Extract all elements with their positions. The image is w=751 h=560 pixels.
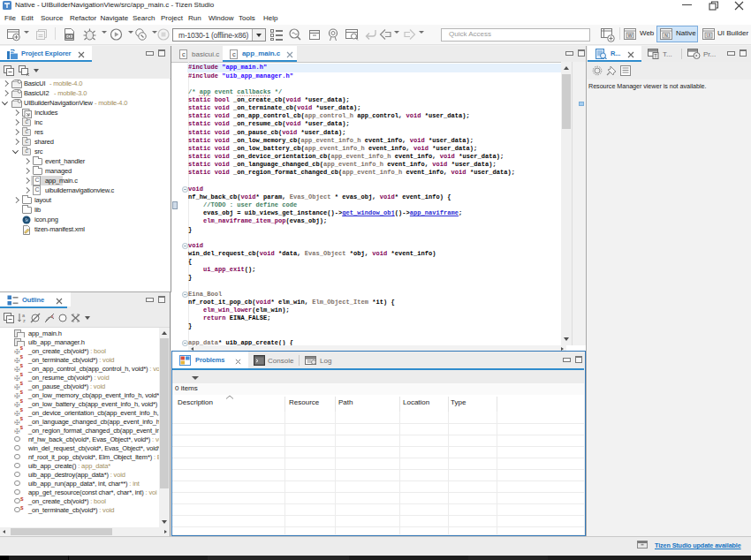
svg-text:W: W [627,33,633,38]
svg-text:UI: UI [707,33,712,38]
svg-text:N: N [664,33,668,38]
svg-text:z: z [23,318,26,323]
